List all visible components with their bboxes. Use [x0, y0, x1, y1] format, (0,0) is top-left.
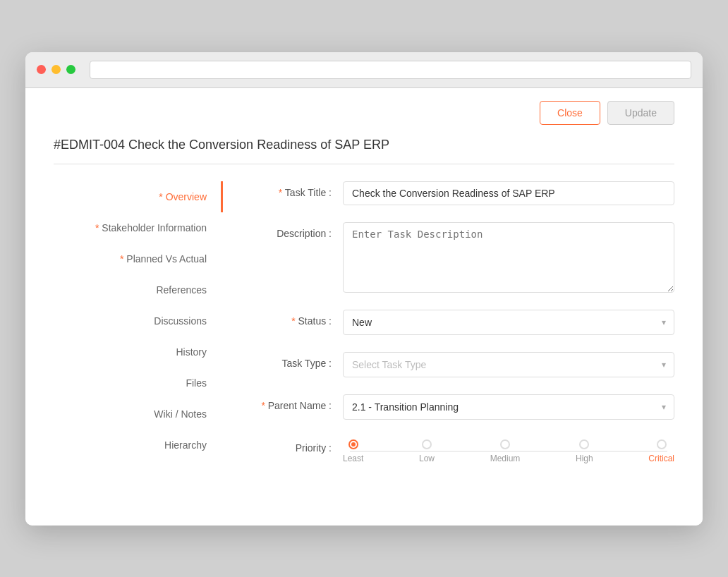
- parent-name-group: * Parent Name : 2.1 - Transition Plannin…: [251, 394, 674, 420]
- priority-dot-inner-least: [351, 442, 356, 447]
- task-title-group: * Task Title :: [251, 181, 674, 205]
- priority-dots: Least Low Medium: [343, 439, 674, 463]
- priority-dot-high: [579, 439, 589, 449]
- parent-name-label: * Parent Name :: [251, 394, 343, 411]
- sidebar-item-history[interactable]: History: [54, 336, 223, 368]
- status-group: * Status : New In Progress Done On Hold …: [251, 310, 674, 335]
- sidebar-item-discussions[interactable]: Discussions: [54, 305, 223, 336]
- task-title-label: * Task Title :: [251, 181, 343, 198]
- priority-wrapper: Least Low Medium: [343, 437, 674, 463]
- form-area: * Task Title : Description : * Status :: [223, 164, 674, 497]
- traffic-light-yellow[interactable]: [51, 65, 61, 74]
- address-bar[interactable]: [90, 61, 691, 79]
- page-title: #EDMIT-004 Check the Conversion Readines…: [54, 138, 674, 164]
- description-input[interactable]: [343, 222, 674, 293]
- close-button[interactable]: Close: [540, 101, 600, 125]
- sidebar-item-wiki-notes[interactable]: Wiki / Notes: [54, 399, 223, 430]
- sidebar-item-planned-vs-actual[interactable]: * Planned Vs Actual: [54, 243, 223, 274]
- priority-option-medium[interactable]: Medium: [490, 439, 521, 463]
- status-select[interactable]: New In Progress Done On Hold: [343, 310, 674, 335]
- priority-label-medium: Medium: [490, 454, 521, 463]
- priority-dot-critical: [657, 439, 667, 449]
- priority-label-high: High: [576, 454, 593, 463]
- browser-content: Close Update #EDMIT-004 Check the Conver…: [25, 88, 703, 526]
- sidebar-item-hierarchy[interactable]: Hierarchy: [54, 430, 223, 461]
- sidebar-item-references[interactable]: References: [54, 274, 223, 305]
- sidebar-item-stakeholder[interactable]: * Stakeholder Information: [54, 212, 223, 243]
- required-marker: *: [120, 253, 126, 265]
- required-marker: *: [159, 191, 165, 202]
- sidebar-item-overview[interactable]: * Overview: [54, 181, 223, 212]
- browser-window: Close Update #EDMIT-004 Check the Conver…: [25, 52, 703, 526]
- priority-label-least: Least: [343, 454, 363, 463]
- priority-dot-least: [348, 439, 358, 449]
- required-marker: *: [95, 222, 102, 233]
- task-type-select-wrapper: Select Task Type Bug Feature Enhancement…: [343, 352, 674, 377]
- parent-name-select-wrapper: 2.1 - Transition Planning ▾: [343, 394, 674, 420]
- priority-dot-medium: [500, 439, 510, 449]
- toolbar: Close Update: [54, 88, 674, 138]
- description-label: Description :: [251, 222, 343, 239]
- parent-name-select[interactable]: 2.1 - Transition Planning: [343, 394, 674, 420]
- priority-option-least[interactable]: Least: [343, 439, 363, 463]
- sidebar: * Overview * Stakeholder Information * P…: [54, 164, 223, 497]
- sidebar-item-files[interactable]: Files: [54, 368, 223, 399]
- priority-group: Priority : Least: [251, 437, 674, 463]
- task-type-group: Task Type : Select Task Type Bug Feature…: [251, 352, 674, 377]
- task-title-input[interactable]: [343, 181, 674, 205]
- priority-option-high[interactable]: High: [576, 439, 593, 463]
- priority-option-critical[interactable]: Critical: [648, 439, 674, 463]
- priority-label-low: Low: [419, 454, 435, 463]
- browser-titlebar: [25, 52, 703, 88]
- main-layout: * Overview * Stakeholder Information * P…: [54, 164, 674, 497]
- update-button[interactable]: Update: [607, 101, 674, 125]
- traffic-light-red[interactable]: [37, 65, 46, 74]
- priority-label: Priority :: [251, 437, 343, 454]
- description-group: Description :: [251, 222, 674, 293]
- task-type-label: Task Type :: [251, 352, 343, 369]
- status-select-wrapper: New In Progress Done On Hold ▾: [343, 310, 674, 335]
- traffic-light-green[interactable]: [66, 65, 75, 74]
- status-label: * Status :: [251, 310, 343, 327]
- priority-label-critical: Critical: [648, 454, 674, 463]
- task-type-select[interactable]: Select Task Type Bug Feature Enhancement: [343, 352, 674, 377]
- priority-dot-low: [422, 439, 432, 449]
- priority-option-low[interactable]: Low: [419, 439, 435, 463]
- priority-options: Least Low Medium: [343, 439, 674, 463]
